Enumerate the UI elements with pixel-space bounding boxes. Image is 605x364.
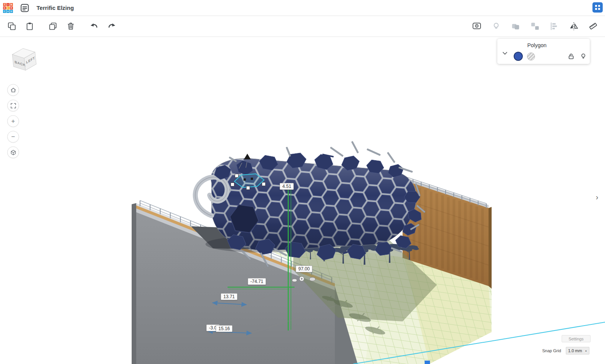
ruler-button[interactable] bbox=[586, 19, 600, 33]
design-title[interactable]: Terrific Elzing bbox=[37, 5, 74, 11]
settings-button[interactable]: Settings bbox=[562, 335, 591, 342]
dimension-label[interactable]: 13.71 bbox=[221, 293, 237, 300]
dimension-label[interactable]: 4.51 bbox=[280, 183, 294, 190]
plus-icon: + bbox=[11, 118, 15, 124]
collapse-panel-button[interactable] bbox=[500, 48, 510, 59]
height-handle[interactable] bbox=[244, 178, 246, 181]
raise-handle[interactable] bbox=[244, 154, 251, 159]
blue-edge-object bbox=[425, 361, 430, 364]
perspective-toggle-button[interactable] bbox=[7, 146, 19, 158]
app-header: TINKERCAD Terrific Elzing bbox=[0, 0, 605, 16]
ruler-handle[interactable] bbox=[292, 279, 297, 282]
view-cube[interactable]: BACK LEFT bbox=[8, 44, 40, 76]
delete-button[interactable] bbox=[64, 19, 78, 33]
shape-name: Polygon bbox=[511, 42, 563, 48]
lightbulb-icon bbox=[580, 52, 587, 60]
shape-inspector: Polygon bbox=[497, 39, 590, 64]
scale-handle[interactable] bbox=[235, 174, 239, 178]
redo-icon bbox=[107, 22, 116, 31]
viewport-3d-scene[interactable] bbox=[0, 37, 605, 364]
zoom-out-button[interactable]: − bbox=[7, 131, 19, 143]
tinkercad-logo[interactable]: TINKERCAD bbox=[3, 3, 13, 13]
paste-button[interactable] bbox=[22, 19, 37, 33]
zoom-in-button[interactable]: + bbox=[7, 115, 19, 127]
snap-grid-value: 1.0 mm bbox=[568, 348, 582, 353]
chevron-down-icon bbox=[501, 49, 509, 57]
hide-selected-button[interactable] bbox=[489, 19, 503, 33]
viewport[interactable] bbox=[0, 37, 605, 364]
ungroup-icon bbox=[530, 21, 540, 31]
lock-icon bbox=[567, 52, 575, 60]
designs-list-icon bbox=[20, 3, 29, 13]
toolbar bbox=[0, 16, 605, 37]
dimension-label[interactable]: -74.71 bbox=[248, 278, 266, 285]
trash-icon bbox=[66, 22, 75, 31]
duplicate-button[interactable] bbox=[46, 19, 60, 33]
show-all-button[interactable] bbox=[470, 19, 484, 33]
ruler-icon bbox=[588, 21, 598, 31]
side-panel-tab[interactable]: › bbox=[592, 191, 602, 203]
snap-grid-label: Snap Grid bbox=[542, 348, 561, 353]
redo-button[interactable] bbox=[105, 19, 119, 33]
copy-icon bbox=[7, 22, 16, 31]
align-icon bbox=[549, 21, 559, 31]
home-icon bbox=[10, 87, 17, 94]
duplicate-icon bbox=[48, 22, 57, 31]
scale-hand1e[interactable] bbox=[262, 183, 266, 186]
dimension-label[interactable]: 97.00 bbox=[296, 265, 312, 272]
dropdown-arrow-icon: ▲ bbox=[585, 350, 587, 352]
minus-icon: − bbox=[11, 134, 15, 140]
group-icon bbox=[511, 21, 521, 31]
fit-view-icon bbox=[10, 102, 17, 109]
snap-grid-dropdown[interactable]: 1.0 mm ▲ bbox=[566, 347, 589, 354]
tinkercad-app: TINKERCAD Terrific Elzing bbox=[0, 0, 605, 364]
apps-grid-icon bbox=[595, 5, 600, 10]
fit-view-button[interactable] bbox=[7, 100, 19, 111]
scale-handle[interactable] bbox=[231, 183, 234, 186]
perspective-cube-icon bbox=[10, 149, 17, 156]
ungroup-button[interactable] bbox=[528, 19, 542, 33]
group-button[interactable] bbox=[508, 19, 523, 33]
paste-icon bbox=[25, 22, 34, 31]
align-button[interactable] bbox=[547, 19, 562, 33]
undo-icon bbox=[89, 22, 99, 31]
designs-menu-button[interactable] bbox=[19, 2, 30, 14]
transparent-swatch[interactable] bbox=[527, 52, 535, 60]
scale-handle[interactable] bbox=[247, 186, 250, 190]
hide-button[interactable] bbox=[579, 52, 588, 61]
mirror-button[interactable] bbox=[567, 19, 581, 33]
lightbulb-icon bbox=[491, 21, 501, 31]
lock-button[interactable] bbox=[567, 52, 576, 61]
chevron-right-icon: › bbox=[596, 193, 599, 202]
show-all-eye-icon bbox=[472, 21, 482, 31]
home-view-button[interactable] bbox=[7, 84, 19, 96]
height-handle[interactable] bbox=[251, 178, 253, 180]
dimension-label[interactable]: 15.16 bbox=[216, 325, 232, 332]
copy-button[interactable] bbox=[5, 19, 19, 33]
apps-grid-button[interactable] bbox=[592, 2, 603, 13]
solid-color-swatch[interactable] bbox=[514, 52, 523, 61]
undo-button[interactable] bbox=[87, 19, 101, 33]
ruler-handle[interactable] bbox=[309, 277, 315, 281]
mirror-icon bbox=[569, 21, 579, 31]
